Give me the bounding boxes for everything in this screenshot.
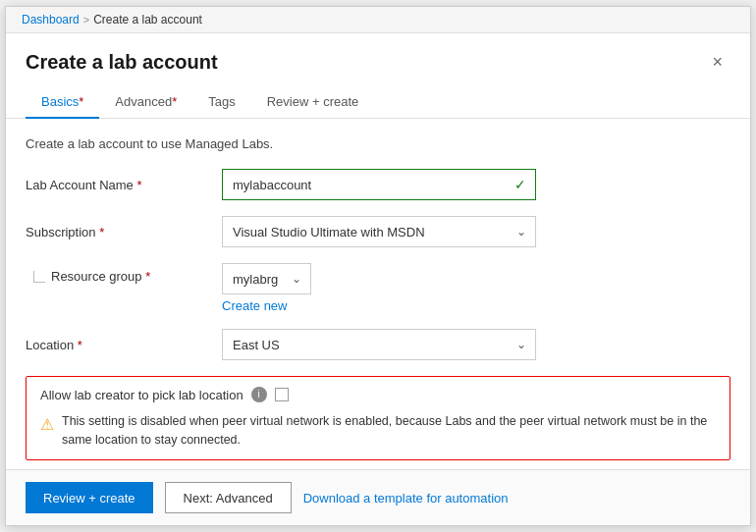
resource-group-required: *: [145, 269, 150, 284]
location-label: Location *: [26, 338, 222, 352]
warning-message: ⚠ This setting is disabled when peer vir…: [40, 412, 716, 450]
subscription-dropdown-wrapper: Visual Studio Ultimate with MSDN ⌄: [222, 216, 536, 247]
lab-account-name-row: Lab Account Name * ✓: [26, 169, 730, 200]
tab-review-create[interactable]: Review + create: [251, 86, 375, 119]
location-row: Location * East US ⌄: [26, 329, 730, 360]
lab-account-name-input[interactable]: [222, 169, 536, 200]
warning-box: Allow lab creator to pick lab location i…: [26, 376, 730, 460]
modal-container: Dashboard > Create a lab account Create …: [5, 6, 751, 526]
location-dropdown-wrapper: East US ⌄: [222, 329, 536, 360]
lab-account-name-label: Lab Account Name *: [26, 178, 222, 192]
location-required: *: [78, 338, 82, 352]
breadcrumb-home-link[interactable]: Dashboard: [22, 13, 80, 27]
create-new-link[interactable]: Create new: [222, 298, 311, 313]
lab-account-name-input-wrapper: ✓: [222, 169, 536, 200]
allow-lab-creator-label: Allow lab creator to pick lab location: [40, 388, 243, 402]
next-advanced-button[interactable]: Next: Advanced: [165, 482, 292, 513]
modal-header: Create a lab account ×: [6, 33, 750, 75]
tab-advanced-asterisk: *: [172, 94, 177, 109]
tabs-bar: Basics* Advanced* Tags Review + create: [6, 75, 750, 119]
indent-corner-icon: [33, 271, 45, 283]
resource-group-label-wrapper: Resource group *: [26, 263, 222, 284]
breadcrumb-current: Create a lab account: [93, 13, 202, 27]
modal-body: Create a lab account to use Managed Labs…: [6, 119, 750, 469]
tab-tags-label: Tags: [208, 94, 235, 109]
location-select[interactable]: East US: [222, 329, 536, 360]
allow-lab-creator-checkbox[interactable]: [275, 388, 289, 401]
form-description: Create a lab account to use Managed Labs…: [26, 136, 730, 151]
modal-title: Create a lab account: [26, 51, 218, 74]
breadcrumb: Dashboard > Create a lab account: [6, 7, 750, 33]
tab-basics-label: Basics: [41, 94, 79, 109]
tab-basics-asterisk: *: [79, 94, 83, 109]
warning-message-text: This setting is disabled when peer virtu…: [62, 412, 716, 450]
subscription-select[interactable]: Visual Studio Ultimate with MSDN: [222, 216, 536, 247]
close-button[interactable]: ×: [704, 49, 730, 75]
subscription-required: *: [99, 225, 104, 239]
tab-basics[interactable]: Basics*: [26, 86, 99, 119]
info-icon[interactable]: i: [251, 387, 267, 402]
tab-advanced-label: Advanced: [115, 94, 172, 109]
tab-tags[interactable]: Tags: [192, 86, 250, 119]
review-create-button[interactable]: Review + create: [26, 482, 153, 513]
allow-checkbox-row: Allow lab creator to pick lab location i: [40, 387, 716, 402]
warning-triangle-icon: ⚠: [40, 413, 54, 437]
resource-group-dropdown-wrapper: mylabrg ⌄: [222, 263, 311, 294]
tab-review-create-label: Review + create: [267, 94, 359, 109]
resource-group-select[interactable]: mylabrg: [222, 263, 311, 294]
download-template-link[interactable]: Download a template for automation: [303, 491, 509, 505]
subscription-label: Subscription *: [26, 225, 222, 239]
tab-advanced[interactable]: Advanced*: [99, 86, 192, 119]
resource-group-control: mylabrg ⌄ Create new: [222, 263, 311, 313]
lab-account-name-control: ✓: [222, 169, 536, 200]
subscription-row: Subscription * Visual Studio Ultimate wi…: [26, 216, 730, 247]
resource-group-label: Resource group *: [51, 269, 150, 284]
breadcrumb-separator: >: [83, 14, 89, 26]
lab-account-name-required: *: [136, 178, 141, 192]
resource-group-row: Resource group * mylabrg ⌄ Create new: [26, 263, 730, 313]
modal-footer: Review + create Next: Advanced Download …: [6, 469, 750, 525]
